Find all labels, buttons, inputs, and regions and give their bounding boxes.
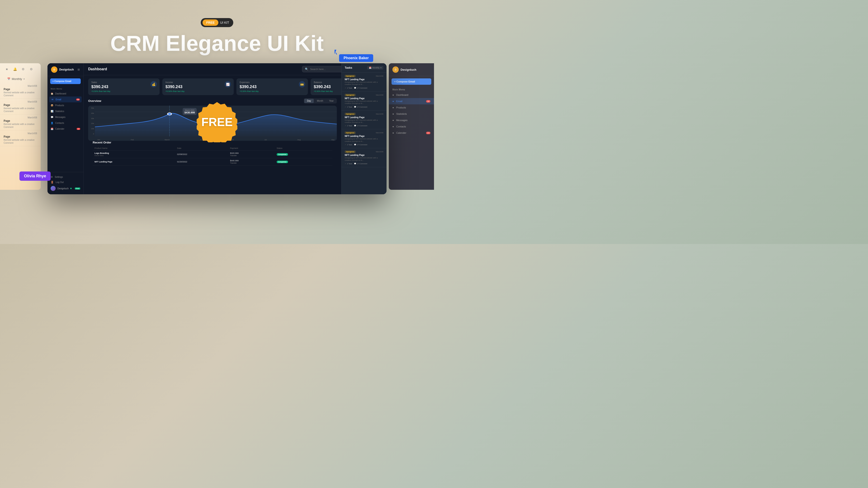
sidebar-item-contacts[interactable]: 👤Contacts <box>48 120 84 126</box>
right-panel-avatar: D <box>393 66 399 73</box>
left-panel: ★ 🔔 ⚙ ⚙ 📅 Monthly ▾ March/08 Page themed… <box>0 63 41 190</box>
comment-count: 💬 17 Comment <box>354 125 367 127</box>
logout-icon: 🚪 <box>51 181 54 184</box>
right-panel-menu-item-email[interactable]: ●Email38 <box>389 98 434 104</box>
lp-comment: Comment <box>4 94 37 97</box>
order-date: 02/08/2022 <box>175 151 228 158</box>
col-date: Date <box>175 146 228 151</box>
sidebar-item-label: Calender <box>55 128 64 130</box>
search-bar[interactable]: 🔍 <box>302 66 347 72</box>
stat-sales-label: Sales <box>91 81 156 84</box>
order-payment: $440.999Transfer <box>228 158 275 166</box>
rp-menu-label: Contacts <box>396 125 406 128</box>
comment-count: 💬 17 Comment <box>354 163 367 165</box>
badge-email: 38 <box>76 98 80 101</box>
settings-menu-item[interactable]: ⚙ Settings <box>51 174 80 180</box>
task-meta: ✓ 2 Task 💬 17 Comment <box>345 125 383 127</box>
right-panel-menu-item-contacts[interactable]: ●Contacts <box>389 123 434 130</box>
comments-icon: 💬 <box>354 163 356 165</box>
task-description: Designing an NFT-themed website with a c… <box>345 100 383 105</box>
settings-icon: ⚙ <box>51 175 53 178</box>
calender-icon: 📅 <box>51 127 53 130</box>
right-panel-menu-item-statisticts[interactable]: ●Statisticts <box>389 111 434 117</box>
cursor-annotation: Phoenix Baker <box>335 50 339 55</box>
stat-income-icon: 📈 <box>225 81 231 88</box>
sidebar-item-messages[interactable]: 💬Messages <box>48 114 84 120</box>
task-description: Designing an NFT-themed website with a c… <box>345 157 383 162</box>
right-panel-menu-item-products[interactable]: ●Products <box>389 104 434 111</box>
rp-menu-icon: ● <box>393 131 394 134</box>
stat-income-value: $390.243 <box>165 85 230 89</box>
hero-title: CRM Elegance UI Kit <box>110 33 324 54</box>
sidebar-item-statistics[interactable]: 📊Statistics <box>48 108 84 114</box>
sidebar-header: D Designluch ⊞ <box>48 63 84 76</box>
lp-task-title: Page <box>4 103 37 107</box>
task-title: NFT Landing Page <box>345 116 383 119</box>
right-panel-menu-item-dashboard[interactable]: ●Dashboard <box>389 92 434 98</box>
logout-menu-item[interactable]: 🚪 Log Out <box>51 180 80 185</box>
table-row: Logo Branding David Silva 02/08/2022 $32… <box>93 151 332 158</box>
rp-badge: 24 <box>426 132 430 134</box>
online-indicator <box>70 188 72 189</box>
sidebar-item-products[interactable]: 📦Products <box>48 102 84 108</box>
task-date: March/08 <box>376 132 383 134</box>
status-badge: Completed <box>277 161 288 163</box>
sidebar-item-dashboard[interactable]: 🏠Dashboard <box>48 91 84 96</box>
sidebar-item-label: Dashboard <box>55 92 66 95</box>
task-meta: ✓ 2 Task 💬 17 Comment <box>345 144 383 146</box>
time-tabs: Day Month Year <box>304 98 337 103</box>
ui-kit-text: UI KIT <box>220 21 231 24</box>
user-avatar <box>51 186 56 191</box>
rp-menu-label: Calender <box>396 131 406 134</box>
order-product-sub: David Silva <box>94 155 103 157</box>
left-panel-icons: ★ 🔔 ⚙ ⚙ <box>0 63 41 75</box>
cursor-icon <box>335 50 339 55</box>
task-description: Designing an NFT-themed website with a c… <box>345 119 383 124</box>
stat-expenses-label: Expenses <box>240 81 305 84</box>
sidebar-item-calender[interactable]: 📅Calender24 <box>48 126 84 132</box>
right-panel-menu-item-messages[interactable]: ●Messages <box>389 117 434 123</box>
task-title: NFT Landing Page <box>345 78 383 80</box>
rp-menu-icon: ● <box>393 112 394 115</box>
lp-task-title: Page <box>4 88 37 91</box>
stat-expenses-change: +5.50% than last day <box>240 90 305 92</box>
tasks-panel: Tasks 📅 Monthly ▾ Inprogress March/08 NF… <box>341 63 386 194</box>
lp-task-desc: themed website with a creative <box>4 107 37 109</box>
lp-comment: Comment <box>4 126 37 128</box>
right-panel-menu-item-calender[interactable]: ●Calender24 <box>389 130 434 136</box>
dashboard-sidebar: D Designluch ⊞ + Compose Email Main Menu… <box>48 63 84 194</box>
monthly-label: Monthly <box>372 67 379 69</box>
compose-email-button[interactable]: + Compose Email <box>50 78 81 84</box>
rp-menu-label: Email <box>396 100 403 103</box>
search-icon: 🔍 <box>305 68 308 71</box>
task-item: Inprogress March/08 NFT Landing Page Des… <box>342 72 386 92</box>
left-panel-monthly[interactable]: 📅 Monthly ▾ <box>3 76 38 82</box>
rp-menu-label: Messages <box>396 119 408 122</box>
main-menu-label: Main Menu <box>48 86 84 91</box>
comments-icon: 💬 <box>354 144 356 146</box>
lp-task-title: Page <box>4 135 37 138</box>
list-item: March/08 Page themed website with a crea… <box>0 115 41 130</box>
chevron-down-icon: ▾ <box>380 67 381 69</box>
phoenix-baker-badge: Phoenix Baker <box>339 54 373 62</box>
right-panel-menu-label: Main Menu <box>389 87 434 92</box>
settings-icon: ⚙ <box>29 67 33 71</box>
task-date: March/08 <box>376 113 383 115</box>
sidebar-item-email[interactable]: ✉Email38 <box>49 96 82 102</box>
user-row: Designluch Free <box>51 185 80 192</box>
right-panel-compose-btn[interactable]: + Compose Email <box>392 78 431 85</box>
order-status: Completed <box>275 151 332 158</box>
tasks-icon: ✓ <box>345 163 346 165</box>
free-sticker-text: FREE <box>202 115 233 129</box>
tab-month[interactable]: Month <box>314 99 326 103</box>
search-input[interactable] <box>310 68 344 70</box>
task-status-badge: Inprogress <box>345 151 355 153</box>
tooltip-date: March 2022 <box>184 109 195 111</box>
tab-year[interactable]: Year <box>327 99 336 103</box>
olivia-rhye-badge: Olivia Rhye <box>20 171 51 181</box>
tab-day[interactable]: Day <box>304 99 314 103</box>
rp-menu-icon: ● <box>393 94 394 96</box>
tasks-monthly-filter[interactable]: 📅 Monthly ▾ <box>367 66 383 70</box>
rp-menu-label: Dashboard <box>396 94 408 96</box>
task-status-badge: Inprogress <box>345 75 355 77</box>
